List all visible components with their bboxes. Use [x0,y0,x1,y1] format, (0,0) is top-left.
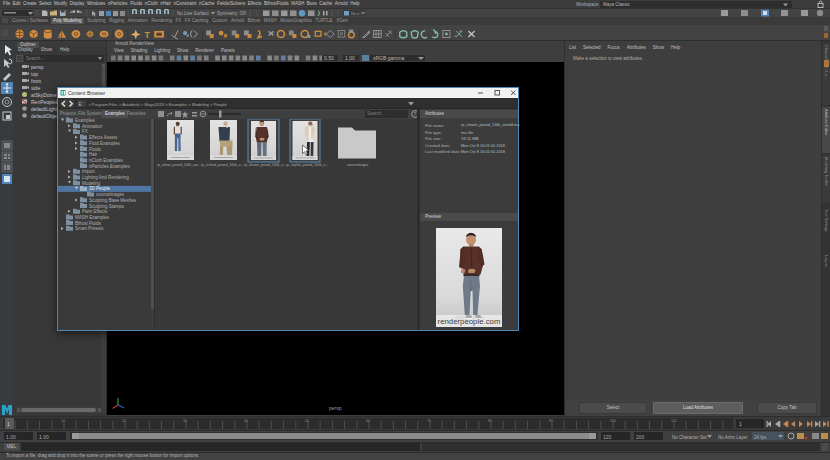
svg-text:sourceimages: sourceimages [96,192,125,197]
svg-text:Modeling: Modeling [82,181,101,186]
svg-text:RenPeopleLi: RenPeopleLi [31,99,60,105]
svg-text:50: 50 [305,419,309,423]
svg-text:side: side [31,85,40,91]
svg-text:80: 80 [488,419,492,423]
svg-text:Symmetry: Off: Symmetry: Off [217,11,246,16]
svg-text:rp_alison_posed_100k_arn...: rp_alison_posed_100k_arn... [157,163,201,167]
svg-text:24 fps: 24 fps [754,435,767,440]
svg-text:FX: FX [82,129,88,134]
svg-text:Workspace: Workspace [576,2,599,7]
svg-text:No Anim Layer: No Anim Layer [718,435,748,440]
svg-text:200: 200 [636,434,645,440]
svg-text:renderpeople.com: renderpeople.com [438,317,501,326]
svg-text:Fluids: Fluids [89,147,102,152]
svg-text:E:: E: [79,102,83,107]
svg-text:Bifrost Fluids: Bifrost Fluids [75,221,102,226]
svg-text:Content Browser: Content Browser [68,90,106,96]
svg-text:> Program Files > Autodesk > M: > Program Files > Autodesk > Maya2019 > … [88,102,227,107]
svg-text:rp_sophia_posed_100k_a...: rp_sophia_posed_100k_a... [286,163,328,167]
svg-text:90: 90 [549,419,553,423]
svg-text:Import: Import [82,169,96,174]
svg-text:110: 110 [671,419,677,423]
svg-text:10: 10 [61,419,65,423]
svg-text:1.00: 1.00 [6,434,16,440]
svg-text:120: 120 [603,434,612,440]
svg-text:sourceimages: sourceimages [347,163,368,167]
svg-text:20: 20 [122,419,126,423]
svg-text:1: 1 [739,421,742,427]
svg-text:aiSkyDomeL: aiSkyDomeL [31,92,60,98]
svg-text:No Live Surface: No Live Surface [177,11,210,16]
svg-text:Hair: Hair [89,152,98,157]
svg-text:Examples: Examples [75,118,96,123]
svg-text:Animation: Animation [82,124,103,129]
svg-text:Lighting And Rendering: Lighting And Rendering [82,175,129,180]
svg-text:Smart Presets: Smart Presets [75,226,104,231]
svg-text:40: 40 [244,419,248,423]
svg-text:sRGB gamma: sRGB gamma [373,55,405,61]
svg-text:Paint Effects: Paint Effects [82,209,108,214]
svg-text:0.50: 0.50 [324,55,334,61]
svg-text:No Character Set: No Character Set [672,435,708,440]
svg-text:top: top [31,71,38,77]
svg-text:Maya Classic: Maya Classic [603,2,631,7]
svg-text:MASH Examples: MASH Examples [75,215,110,220]
svg-text:1.00: 1.00 [345,55,355,61]
svg-text:?: ? [413,111,416,117]
svg-text:Sculpting Stamps: Sculpting Stamps [89,204,125,209]
svg-text:100: 100 [610,419,616,423]
svg-text:rp_shawn_posed_100k_a...: rp_shawn_posed_100k_a... [244,163,286,167]
svg-text:1: 1 [7,421,10,427]
svg-text:1.00: 1.00 [39,434,49,440]
svg-text:30: 30 [183,419,187,423]
svg-text:nCloth Examples: nCloth Examples [89,158,124,163]
svg-text:3D People: 3D People [89,186,111,191]
svg-text:front: front [31,78,42,84]
svg-text:Fluid Examples: Fluid Examples [89,141,121,146]
svg-text:Sculpting Base Meshes: Sculpting Base Meshes [89,198,137,203]
svg-text:60: 60 [366,419,370,423]
svg-text:T: T [145,30,151,40]
svg-text:70: 70 [427,419,431,423]
svg-text:No it...: No it... [351,11,363,16]
svg-text:Effects Assets: Effects Assets [89,135,118,140]
svg-text:rp_richard_posed_100k_a...: rp_richard_posed_100k_a... [201,163,243,167]
svg-text:nParticles Examples: nParticles Examples [89,164,131,169]
svg-text:defaultObjec: defaultObjec [31,113,60,119]
svg-text:persp: persp [31,64,44,70]
